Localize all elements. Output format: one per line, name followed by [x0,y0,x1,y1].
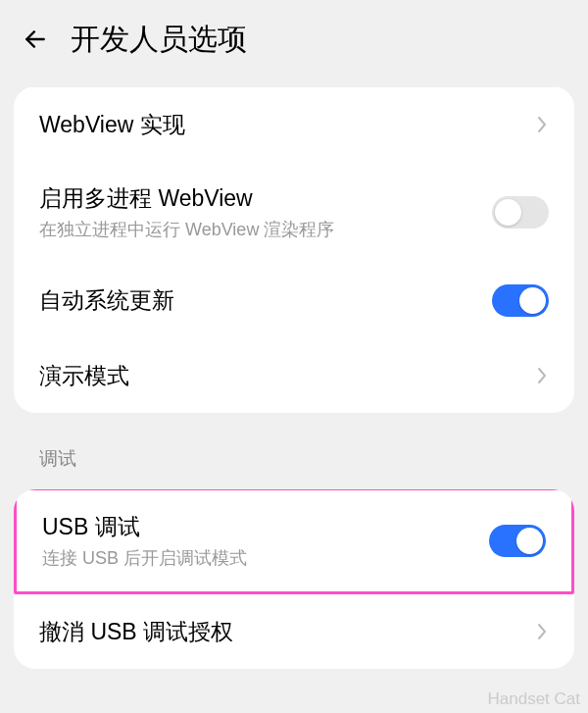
label: 自动系统更新 [39,285,492,316]
row-auto-system-update[interactable]: 自动系统更新 [14,263,574,338]
label: 演示模式 [39,361,523,391]
page-header: 开发人员选项 [0,0,588,78]
back-icon[interactable] [22,25,49,53]
highlight-usb-debugging: USB 调试 连接 USB 后开启调试模式 [14,489,574,594]
label: 撤消 USB 调试授权 [39,617,523,647]
toggle-knob [516,528,543,554]
row-usb-debugging[interactable]: USB 调试 连接 USB 后开启调试模式 [17,490,571,591]
label: USB 调试 [42,512,489,542]
sublabel: 连接 USB 后开启调试模式 [42,546,489,570]
row-demo-mode[interactable]: 演示模式 [14,338,574,413]
section-header-debug: 调试 [0,421,588,482]
settings-card-2: USB 调试 连接 USB 后开启调试模式 撤消 USB 调试授权 [14,489,574,669]
toggle-multiprocess-webview[interactable] [492,196,549,229]
toggle-usb-debugging[interactable] [489,525,546,557]
chevron-right-icon [535,364,549,387]
label: WebView 实现 [39,110,523,140]
page-title: 开发人员选项 [71,20,247,60]
toggle-knob [519,287,546,314]
chevron-right-icon [535,620,549,643]
row-multiprocess-webview[interactable]: 启用多进程 WebView 在独立进程中运行 WebView 渲染程序 [14,162,574,263]
sublabel: 在独立进程中运行 WebView 渲染程序 [39,218,492,241]
settings-card-1: WebView 实现 启用多进程 WebView 在独立进程中运行 WebVie… [14,86,574,413]
toggle-auto-system-update[interactable] [492,284,549,317]
toggle-knob [495,199,521,226]
chevron-right-icon [535,113,549,136]
label: 启用多进程 WebView [39,183,492,214]
watermark: Handset Cat [488,689,581,709]
row-webview-implementation[interactable]: WebView 实现 [14,87,574,162]
row-revoke-usb-auth[interactable]: 撤消 USB 调试授权 [14,594,574,669]
